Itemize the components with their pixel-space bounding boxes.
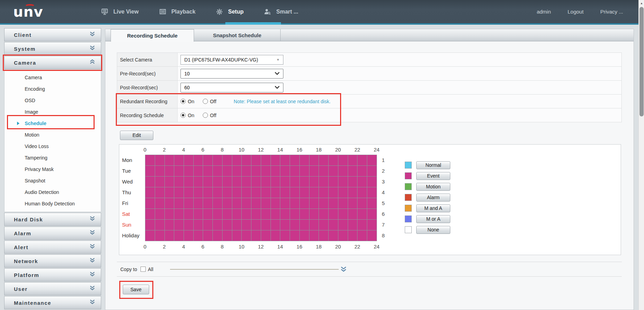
legend-button-motion[interactable]: Motion <box>416 183 450 191</box>
legend-swatch-event <box>405 172 412 179</box>
redundant-note: Note: Please set at least one redundant … <box>234 99 331 104</box>
logout-link[interactable]: Logout <box>567 9 583 15</box>
sidebar-group-maintenance[interactable]: Maintenance <box>4 296 101 309</box>
recording-schedule-off-label: Off <box>210 113 216 118</box>
sidebar-group-label: Client <box>14 32 32 38</box>
row-number-label: 2 <box>382 165 389 176</box>
expand-copy-chevron-icon[interactable] <box>340 267 347 272</box>
nav-menu: Live ViewPlaybackSetupSmart ... <box>101 0 298 23</box>
day-label-tue: Tue <box>122 165 144 176</box>
sidebar-item-label: OSD <box>25 98 35 103</box>
sidebar-group-client[interactable]: Client <box>4 28 101 41</box>
legend-button-event[interactable]: Event <box>416 172 450 180</box>
sidebar-group-label: System <box>14 46 35 52</box>
hour-tick-label: 24 <box>371 244 382 250</box>
legend-button-m-or-a[interactable]: M or A <box>416 215 450 223</box>
row-number-label: 4 <box>382 187 389 198</box>
sidebar-item-privacy-mask[interactable]: Privacy Mask <box>5 164 101 175</box>
tab-recording-schedule[interactable]: Recording Schedule <box>111 29 194 42</box>
row-number-label: 3 <box>382 176 389 187</box>
legend-button-alarm[interactable]: Alarm <box>416 194 450 202</box>
sidebar-group-network[interactable]: Network <box>4 254 101 268</box>
sidebar-item-label: Video Loss <box>25 144 49 149</box>
sidebar-group-alert[interactable]: Alert <box>4 240 101 254</box>
sidebar-group-label: Camera <box>14 60 36 66</box>
redundant-on-label: On <box>188 99 194 104</box>
privacy-link[interactable]: Privacy ... <box>600 9 623 15</box>
sidebar-item-image[interactable]: Image <box>5 106 101 118</box>
sidebar-group-alarm[interactable]: Alarm <box>4 227 101 240</box>
sidebar-item-tampering[interactable]: Tampering <box>5 152 101 164</box>
sidebar-group-camera[interactable]: Camera <box>4 56 101 69</box>
main-panel: Recording Schedule Snapshot Schedule Sel… <box>105 29 634 310</box>
hour-tick-label: 22 <box>352 147 363 153</box>
redundant-on-radio[interactable]: On <box>180 99 194 104</box>
sidebar-group-user[interactable]: User <box>4 282 101 295</box>
tab-snapshot-schedule[interactable]: Snapshot Schedule <box>194 29 281 41</box>
recording-schedule-on-label: On <box>188 113 194 118</box>
sidebar-item-snapshot[interactable]: Snapshot <box>5 175 101 187</box>
dropdown-arrow-icon: ▼ <box>276 58 280 62</box>
sidebar-item-osd[interactable]: OSD <box>5 95 101 106</box>
nav-item-label: Playback <box>171 9 195 15</box>
recording-schedule-off-radio[interactable]: Off <box>203 113 216 118</box>
sidebar-item-encoding[interactable]: Encoding <box>5 83 101 95</box>
day-label-mon: Mon <box>122 155 144 165</box>
legend-swatch-motion <box>405 183 412 190</box>
hour-tick-label: 10 <box>236 244 247 250</box>
pre-record-select[interactable]: 10 <box>180 69 283 79</box>
copy-all-checkbox[interactable] <box>140 267 146 272</box>
day-label-fri: Fri <box>122 198 144 209</box>
double-chevron-down-icon <box>89 244 95 250</box>
recording-schedule-on-radio[interactable]: On <box>180 113 194 118</box>
sidebar-group-platform[interactable]: Platform <box>4 268 101 282</box>
save-button[interactable]: Save <box>123 285 149 294</box>
nav-item-live-view[interactable]: Live View <box>101 8 139 16</box>
sidebar-group-hard-disk[interactable]: Hard Disk <box>4 213 101 226</box>
radio-selected-icon <box>180 113 186 118</box>
sidebar-group-system[interactable]: System <box>4 42 101 55</box>
legend-swatch-normal <box>405 162 412 169</box>
hour-tick-label: 14 <box>275 244 285 250</box>
page-scrollbar[interactable]: ▲ <box>638 0 644 310</box>
sidebar-item-label: Human Body Detection <box>25 201 75 206</box>
nav-item-label: Live View <box>113 9 139 15</box>
hour-tick-label: 18 <box>314 244 324 250</box>
redundant-off-radio[interactable]: Off <box>203 99 216 104</box>
nav-item-playback[interactable]: Playback <box>159 8 195 16</box>
edit-button[interactable]: Edit <box>120 131 153 140</box>
sidebar-item-label: Camera <box>25 75 42 80</box>
nav-user-area: admin Logout Privacy ... <box>537 0 623 23</box>
legend-button-normal[interactable]: Normal <box>416 161 450 169</box>
legend-button-none[interactable]: None <box>416 226 450 234</box>
scrollbar-up-arrow-icon[interactable]: ▲ <box>639 1 644 6</box>
legend-swatch-m-or-a <box>405 215 412 222</box>
sidebar-item-camera[interactable]: Camera <box>5 72 101 83</box>
sidebar-item-motion[interactable]: Motion <box>5 129 101 141</box>
sidebar-sublist-camera: CameraEncodingOSDImageScheduleMotionVide… <box>4 70 101 212</box>
select-chevron-icon <box>275 86 280 89</box>
nav-item-smart[interactable]: Smart ... <box>264 8 298 16</box>
copy-divider-line <box>170 269 339 270</box>
sidebar-item-human-body-detection[interactable]: Human Body Detection <box>5 198 101 210</box>
pre-record-label: Pre-Record(sec) <box>117 67 178 80</box>
form-row-redundant-recording: Redundant Recording On Off Note: Please … <box>117 95 621 108</box>
row-number-label: 6 <box>382 209 389 219</box>
day-label-sun: Sun <box>122 219 144 230</box>
camera-dropdown[interactable]: D1 (IPC675LFW-AX4DUPKC-VG) ▼ <box>180 55 283 65</box>
sidebar-group-label: Platform <box>14 272 39 278</box>
hour-tick-label: 22 <box>352 244 363 250</box>
sidebar-item-video-loss[interactable]: Video Loss <box>5 141 101 152</box>
schedule-grid[interactable] <box>145 155 377 241</box>
legend-button-m-and-a[interactable]: M and A <box>416 204 450 212</box>
row-number-label: 7 <box>382 219 389 230</box>
sidebar-item-schedule[interactable]: Schedule <box>5 118 101 129</box>
sidebar-item-audio-detection[interactable]: Audio Detection <box>5 187 101 198</box>
row-number-label: 5 <box>382 198 389 209</box>
scrollbar-thumb[interactable] <box>639 7 644 116</box>
post-record-select[interactable]: 60 <box>180 83 283 92</box>
hour-tick-label: 2 <box>159 244 170 250</box>
nav-item-setup[interactable]: Setup <box>216 8 243 16</box>
hour-tick-label: 4 <box>178 244 189 250</box>
sidebar-item-label: Encoding <box>25 86 45 92</box>
